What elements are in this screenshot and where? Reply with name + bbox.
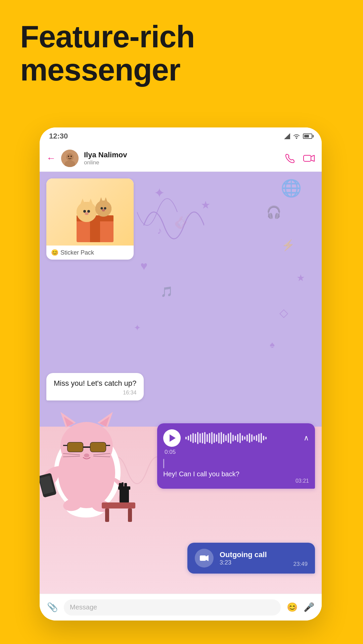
sticker-pack-label: 😊 Sticker Pack — [46, 246, 134, 260]
avatar-image — [61, 150, 79, 167]
phone-call-icon[interactable] — [285, 153, 296, 164]
svg-point-6 — [71, 156, 72, 157]
svg-marker-0 — [284, 133, 290, 139]
svg-point-17 — [85, 212, 89, 215]
svg-rect-38 — [102, 502, 135, 508]
input-bar: 📎 Message 😊 🎤 — [40, 594, 322, 621]
svg-rect-51 — [67, 442, 83, 452]
svg-rect-39 — [105, 508, 109, 522]
chevron-up-icon[interactable]: ∧ — [304, 434, 309, 442]
svg-point-16 — [87, 210, 90, 213]
call-icon-circle — [195, 549, 214, 568]
call-title: Outgoing call — [220, 550, 287, 559]
status-time: 12:30 — [49, 132, 68, 141]
voice-transcript: Hey! Can I call you back? — [163, 470, 309, 478]
svg-rect-33 — [120, 488, 129, 503]
svg-point-3 — [66, 153, 74, 161]
message-placeholder: Message — [70, 603, 97, 611]
svg-point-23 — [104, 207, 106, 210]
header-actions — [285, 153, 315, 164]
svg-point-22 — [101, 207, 103, 210]
svg-rect-25 — [200, 555, 206, 561]
voice-duration: 0:05 — [163, 449, 309, 455]
video-call-icon[interactable] — [303, 153, 315, 164]
call-time: 23:49 — [293, 561, 308, 568]
phone-mockup: 12:30 ← — [40, 127, 322, 621]
svg-point-12 — [77, 202, 97, 222]
contact-status: online — [84, 159, 279, 166]
svg-point-5 — [68, 156, 69, 157]
emoji-icon[interactable]: 😊 — [287, 602, 298, 612]
waveform — [185, 432, 299, 444]
wifi-icon — [293, 133, 300, 139]
svg-rect-40 — [128, 508, 132, 522]
signal-icon — [284, 133, 290, 139]
contact-info: Ilya Nalimov online — [84, 151, 279, 166]
voice-message-bubble: ∧ 0:05 Hey! Can I call you back? 03:21 — [157, 423, 315, 489]
call-duration: 3:23 — [220, 559, 287, 566]
sticker-pack-message: 😊 Sticker Pack — [46, 178, 134, 260]
svg-point-24 — [102, 209, 105, 212]
sticker-pack-cats — [56, 182, 124, 242]
svg-rect-7 — [304, 155, 311, 161]
voice-divider — [163, 459, 164, 468]
voice-top: ∧ — [163, 429, 309, 447]
avatar — [61, 150, 79, 167]
svg-rect-35 — [119, 483, 122, 488]
cat-sticker-svg — [40, 399, 137, 527]
mic-icon[interactable]: 🎤 — [304, 602, 314, 612]
battery-icon — [303, 133, 312, 139]
svg-point-53 — [84, 453, 89, 458]
svg-point-19 — [95, 201, 111, 217]
contact-name: Ilya Nalimov — [84, 151, 279, 159]
attachment-icon[interactable]: 📎 — [47, 602, 58, 612]
svg-marker-14 — [89, 199, 93, 204]
hero-title: Feature-rich messenger — [20, 20, 195, 87]
svg-rect-52 — [90, 442, 106, 452]
voice-time: 03:21 — [163, 478, 309, 484]
svg-point-15 — [83, 210, 86, 213]
call-info: Outgoing call 3:23 — [220, 550, 287, 566]
play-button[interactable] — [163, 429, 181, 447]
message-input[interactable]: Message — [64, 599, 281, 615]
chat-header: ← Ilya Nalimov online — [40, 145, 322, 172]
svg-point-1 — [296, 138, 297, 139]
svg-rect-37 — [122, 482, 124, 487]
status-icons — [284, 133, 312, 139]
svg-marker-13 — [81, 199, 85, 204]
status-bar: 12:30 — [40, 127, 322, 145]
outgoing-call-bubble: Outgoing call 3:23 23:49 — [187, 543, 315, 574]
svg-marker-20 — [99, 197, 103, 202]
svg-marker-21 — [104, 197, 107, 202]
cat-sticker-character — [40, 386, 144, 527]
video-icon — [199, 553, 209, 563]
svg-rect-36 — [124, 483, 127, 488]
sticker-pack-image — [46, 178, 134, 246]
back-button[interactable]: ← — [46, 153, 56, 164]
chat-body: ✦ ★ 🌐 🎧 ♪ ⚡ ♥ ★ 🎵 ◇ ✦ ♠ 🎸 — [40, 172, 322, 594]
deco-pattern — [137, 192, 204, 259]
